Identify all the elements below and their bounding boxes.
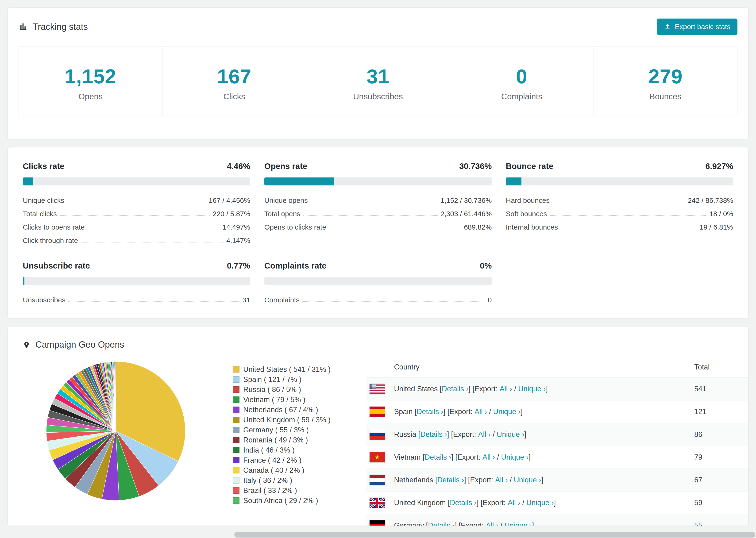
dotted-leader — [550, 215, 706, 216]
horizontal-scrollbar[interactable] — [0, 531, 756, 538]
legend-swatch — [233, 477, 240, 484]
legend-label: Vietnam ( 79 / 5% ) — [243, 396, 305, 404]
legend-swatch — [233, 386, 240, 393]
legend-swatch — [233, 447, 240, 453]
legend-item-india: India ( 46 / 3% ) — [233, 445, 331, 455]
stat-value-bounces: 279 — [594, 65, 737, 88]
metric-label: Unsubscribes — [23, 296, 66, 304]
export-basic-stats-button[interactable]: Export basic stats — [657, 19, 737, 35]
export-unique-link[interactable]: Unique › — [518, 385, 546, 393]
legend-swatch — [233, 427, 240, 433]
metric-label: Complaints — [264, 296, 299, 304]
horizontal-scrollbar-thumb[interactable] — [234, 532, 755, 538]
legend-item-south-africa: South Africa ( 29 / 2% ) — [233, 496, 331, 506]
rate-title: Clicks rate — [23, 161, 64, 171]
total-value: 55 — [694, 521, 748, 526]
geo-pie-legend: United States ( 541 / 31% )Spain ( 121 /… — [233, 364, 331, 506]
metric-row: Total opens2,303 / 61.446% — [264, 204, 492, 218]
export-unique-link[interactable]: Unique › — [501, 453, 528, 461]
metric-label: Internal bounces — [506, 223, 558, 231]
total-value: 121 — [694, 407, 748, 416]
metric-label: Total clicks — [23, 210, 57, 218]
legend-label: Spain ( 121 / 7% ) — [243, 375, 301, 384]
country-name: Netherlands — [394, 476, 433, 484]
progress-bar — [506, 178, 733, 186]
export-unique-link[interactable]: Unique › — [493, 407, 520, 416]
metric-row: Soft bounces18 / 0% — [506, 204, 733, 218]
legend-swatch — [233, 457, 240, 463]
legend-label: Netherlands ( 67 / 4% ) — [243, 405, 318, 414]
metric-label: Total opens — [264, 210, 300, 218]
rates-grid: Clicks rate4.46%Unique clicks167 / 4.456… — [23, 161, 733, 304]
export-unique-link[interactable]: Unique › — [526, 499, 554, 507]
export-all-link[interactable]: All › — [508, 499, 520, 507]
export-all-link[interactable]: All › — [486, 521, 498, 526]
dotted-leader — [67, 202, 206, 202]
metric-row: Internal bounces19 / 6.81% — [506, 218, 733, 231]
opens-rate-block: Opens rate30.736%Unique opens1,152 / 30.… — [264, 161, 492, 244]
progress-fill — [23, 277, 25, 285]
metric-row: Clicks to opens rate14.497% — [23, 218, 250, 231]
table-row-russia: Russia [Details ›] [Export: All › / Uniq… — [366, 423, 748, 446]
geo-table-body: United States [Details ›] [Export: All ›… — [366, 377, 748, 526]
tracking-stats-header: Tracking stats Export basic stats — [19, 19, 737, 35]
details-link[interactable]: Details › — [442, 385, 469, 393]
table-row-united-states: United States [Details ›] [Export: All ›… — [366, 377, 748, 400]
metric-label: Unique clicks — [23, 196, 64, 204]
dotted-leader — [553, 202, 685, 202]
export-unique-link[interactable]: Unique › — [505, 521, 532, 526]
metric-value: 242 / 86.738% — [688, 196, 733, 204]
total-value: 541 — [694, 385, 748, 393]
table-row-germany: Germany [Details ›] [Export: All › / Uni… — [366, 514, 748, 526]
metric-label: Unique opens — [264, 196, 308, 204]
legend-label: Canada ( 40 / 2% ) — [243, 466, 304, 475]
metric-label: Click through rate — [23, 237, 78, 244]
metric-value: 31 — [242, 296, 250, 304]
total-value: 86 — [694, 430, 748, 439]
tracking-stats-title-group: Tracking stats — [19, 22, 88, 32]
dotted-leader — [311, 202, 438, 202]
country-name: United States — [394, 385, 438, 393]
export-all-link[interactable]: All › — [478, 430, 491, 439]
rate-title: Opens rate — [264, 161, 307, 171]
progress-bar — [23, 178, 250, 186]
bar-chart-icon — [19, 22, 27, 31]
metric-label: Soft bounces — [506, 210, 547, 218]
legend-swatch — [233, 397, 240, 403]
details-link[interactable]: Details › — [437, 476, 464, 484]
tracking-stats-card: Tracking stats Export basic stats 1,152O… — [8, 8, 748, 139]
dotted-leader — [561, 229, 697, 229]
export-all-link[interactable]: All › — [482, 453, 495, 461]
stat-box-opens: 1,152Opens — [19, 46, 162, 116]
geo-table: Country Total United States [Details ›] … — [366, 358, 748, 526]
metric-row: Hard bounces242 / 86.738% — [506, 191, 733, 204]
metric-value: 0 — [488, 296, 492, 304]
vietnam-flag — [369, 452, 385, 462]
details-link[interactable]: Details › — [425, 453, 452, 461]
rate-percent: 30.736% — [459, 161, 492, 171]
stat-value-complaints: 0 — [450, 65, 594, 88]
metric-value: 689.82% — [464, 223, 492, 231]
geo-opens-title: Campaign Geo Opens — [35, 340, 124, 350]
details-link[interactable]: Details › — [450, 499, 477, 507]
details-link[interactable]: Details › — [417, 407, 444, 416]
geo-opens-title-group: Campaign Geo Opens — [23, 340, 124, 350]
progress-bar — [23, 277, 250, 285]
legend-label: France ( 42 / 2% ) — [243, 456, 301, 464]
metric-value: 4.147% — [226, 237, 250, 244]
export-unique-link[interactable]: Unique › — [497, 430, 524, 439]
complaints-rate-block: Complaints rate0%Complaints0 — [264, 261, 492, 304]
details-link[interactable]: Details › — [420, 430, 447, 439]
rate-title: Unsubscribe rate — [23, 261, 90, 270]
stat-label-clicks: Clicks — [162, 92, 306, 101]
rate-title: Bounce rate — [506, 161, 553, 171]
export-all-link[interactable]: All › — [500, 385, 512, 393]
progress-fill — [23, 178, 33, 186]
export-label: Export: — [453, 430, 478, 439]
details-link[interactable]: Details › — [428, 521, 455, 526]
export-unique-link[interactable]: Unique › — [514, 476, 541, 484]
legend-label: Germany ( 55 / 3% ) — [243, 426, 309, 434]
export-all-link[interactable]: All › — [474, 407, 487, 416]
export-all-link[interactable]: All › — [495, 476, 508, 484]
dotted-leader — [68, 301, 240, 302]
